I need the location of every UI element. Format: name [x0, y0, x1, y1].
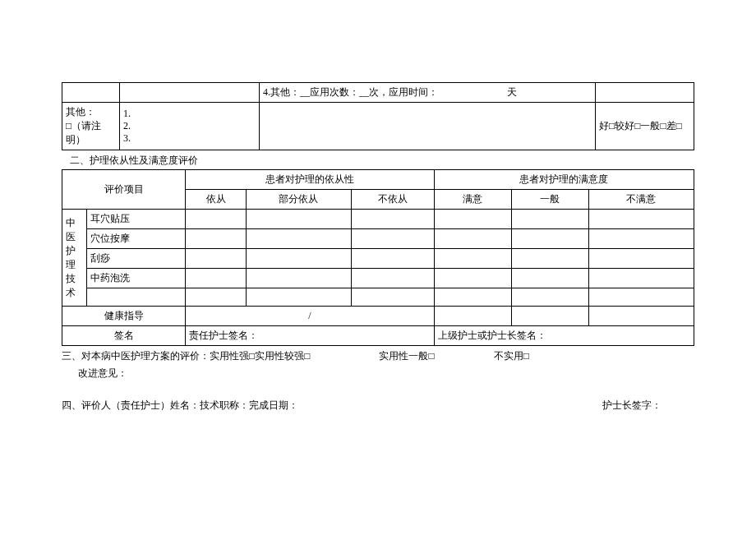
- cell: [511, 229, 588, 249]
- cell: [511, 269, 588, 288]
- section4-left: 四、评价人（责任护士）姓名：技术职称：完成日期：: [62, 399, 602, 413]
- cell: [247, 229, 352, 249]
- cell: [588, 307, 694, 326]
- cell: [186, 269, 247, 288]
- t1-r2c2-l1: 1.: [123, 108, 256, 120]
- t1-r2c1-l2: □（请注明）: [66, 119, 116, 147]
- cell: [351, 229, 434, 249]
- cell: [588, 229, 694, 249]
- cell: [588, 288, 694, 307]
- tech-blank-row: [87, 288, 186, 307]
- resp-nurse-sign: 责任护士签名：: [186, 326, 435, 346]
- t1-r2c2-l3: 3.: [123, 132, 256, 145]
- section4-right: 护士长签字：: [602, 399, 694, 413]
- cell: [511, 210, 588, 229]
- tcm-tech-label: 中医护理技术: [62, 210, 87, 307]
- cell: [434, 269, 511, 288]
- cell: [351, 269, 434, 288]
- compliance-sub-0: 依从: [186, 190, 247, 210]
- cell: [186, 229, 247, 249]
- t1-r2c3: [260, 103, 596, 150]
- section3-line2: 改进意见：: [62, 365, 694, 382]
- cell: [434, 249, 511, 269]
- t1-r2c1-l1: 其他：: [66, 105, 116, 119]
- t1-r2c4: 好□较好□一般□差□: [596, 103, 694, 150]
- cell: [186, 210, 247, 229]
- tech-item-2: 刮痧: [87, 249, 186, 269]
- cell: [247, 249, 352, 269]
- t1-r2c1: 其他： □（请注明）: [62, 103, 120, 150]
- section2-heading: 二、护理依从性及满意度评价: [62, 150, 694, 169]
- signature-label: 签名: [62, 326, 186, 346]
- health-guidance-slash: /: [186, 307, 435, 326]
- cell: [434, 307, 511, 326]
- satisfaction-header: 患者对护理的满意度: [434, 170, 694, 190]
- satisfaction-sub-1: 一般: [511, 190, 588, 210]
- cell: [351, 249, 434, 269]
- cell: [351, 210, 434, 229]
- cell: [434, 288, 511, 307]
- compliance-sub-1: 部分依从: [247, 190, 352, 210]
- eval-item-header: 评价项目: [62, 170, 186, 210]
- cell: [186, 288, 247, 307]
- tech-item-3: 中药泡洗: [87, 269, 186, 288]
- compliance-sub-2: 不依从: [351, 190, 434, 210]
- cell: [511, 288, 588, 307]
- satisfaction-sub-0: 满意: [434, 190, 511, 210]
- table-evaluation: 评价项目 患者对护理的依从性 患者对护理的满意度 依从 部分依从 不依从 满意 …: [62, 169, 694, 346]
- cell: [247, 210, 352, 229]
- cell: [588, 249, 694, 269]
- tech-item-0: 耳穴贴压: [87, 210, 186, 229]
- cell: [434, 229, 511, 249]
- t1-r1c3: 4.其他：__应用次数：__次，应用时间： 天: [260, 83, 596, 103]
- section4: 四、评价人（责任护士）姓名：技术职称：完成日期： 护士长签字：: [62, 382, 694, 413]
- cell: [511, 249, 588, 269]
- t1-r1c1: [62, 83, 120, 103]
- t1-r1c4: [596, 83, 694, 103]
- satisfaction-sub-2: 不满意: [588, 190, 694, 210]
- cell: [588, 210, 694, 229]
- senior-nurse-sign: 上级护士或护士长签名：: [434, 326, 694, 346]
- tech-item-1: 穴位按摩: [87, 229, 186, 249]
- compliance-header: 患者对护理的依从性: [186, 170, 435, 190]
- cell: [588, 269, 694, 288]
- t1-r1c2: [120, 83, 260, 103]
- cell: [186, 249, 247, 269]
- cell: [511, 307, 588, 326]
- cell: [247, 269, 352, 288]
- section3-line1: 三、对本病中医护理方案的评价：实用性强□实用性较强□ 实用性一般□ 不实用□: [62, 346, 694, 365]
- cell: [351, 288, 434, 307]
- table-top: 4.其他：__应用次数：__次，应用时间： 天 其他： □（请注明） 1. 2.…: [62, 82, 694, 150]
- cell: [247, 288, 352, 307]
- t1-r2c2: 1. 2. 3.: [120, 103, 260, 150]
- cell: [434, 210, 511, 229]
- health-guidance-label: 健康指导: [62, 307, 186, 326]
- t1-r2c2-l2: 2.: [123, 120, 256, 132]
